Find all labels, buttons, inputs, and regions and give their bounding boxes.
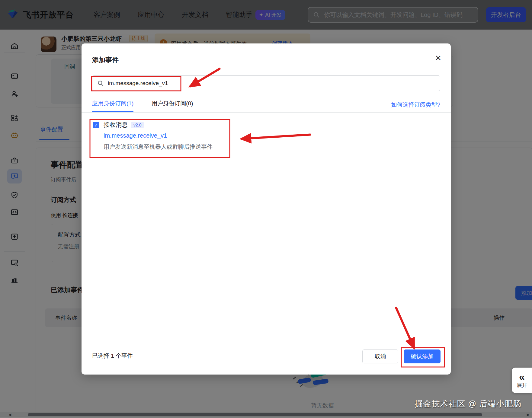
tabs-divider <box>82 112 451 113</box>
search-icon <box>97 80 104 87</box>
event-code-link[interactable]: im.message.receive_v1 <box>104 132 167 139</box>
event-list-item[interactable]: ✓ 接收消息 v2.0 im.message.receive_v1 用户发送新消… <box>92 120 322 159</box>
expand-label: 展开 <box>517 382 527 389</box>
tab-app-subscription[interactable]: 应用身份订阅(1) <box>92 100 133 112</box>
selected-count-text: 已选择 1 个事件 <box>92 352 133 360</box>
watermark: 掘金技术社区 @ 后端小肥肠 <box>415 398 521 409</box>
tab-user-subscription[interactable]: 用户身份订阅(0) <box>152 100 193 112</box>
modal-title: 添加事件 <box>92 56 119 65</box>
close-icon[interactable]: × <box>435 53 441 63</box>
event-search-box[interactable] <box>92 75 440 91</box>
subscription-help-link[interactable]: 如何选择订阅类型? <box>391 101 440 109</box>
event-checkbox[interactable]: ✓ <box>93 122 99 128</box>
event-description: 用户发送新消息至机器人或群聊后推送事件 <box>104 143 213 151</box>
page: 飞书开放平台 客户案例 应用中心 开发文档 智能助手 ✦AI 开发 开发者后台 … <box>0 0 532 418</box>
confirm-add-button[interactable]: 确认添加 <box>404 349 441 363</box>
event-name-row: 接收消息 v2.0 <box>104 121 144 129</box>
expand-panel[interactable]: « 展开 <box>512 368 532 393</box>
add-event-modal: 添加事件 × 应用身份订阅(1) 用户身份订阅(0) 如何选择订阅类型? ✓ 接… <box>82 43 451 375</box>
event-version-badge: v2.0 <box>131 122 144 128</box>
event-name: 接收消息 <box>104 121 128 129</box>
double-chevron-left-icon: « <box>519 372 525 381</box>
cancel-button[interactable]: 取消 <box>362 349 398 363</box>
event-search-input[interactable] <box>107 80 435 87</box>
subscription-tabs: 应用身份订阅(1) 用户身份订阅(0) <box>92 100 193 112</box>
